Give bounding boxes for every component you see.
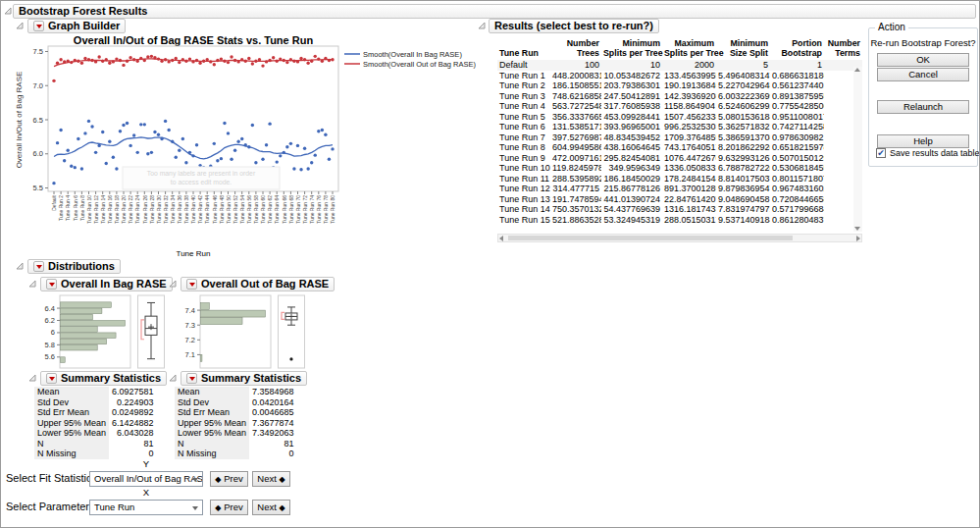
table-row[interactable]: Tune Run 3748.62168581247.50412891142.39… [497,91,862,102]
data-point[interactable] [157,133,160,136]
parameters-select[interactable]: Tune Run [89,500,203,515]
disclosure-triangle-icon[interactable] [16,262,24,270]
data-point[interactable] [146,55,149,58]
param-next-button[interactable]: Next ◆ [252,500,290,515]
table-row[interactable]: Tune Run 9472.00971617295.824540811076.4… [497,153,862,164]
data-point[interactable] [139,123,142,126]
data-point[interactable] [247,57,250,60]
histogram-bar[interactable] [61,314,93,320]
data-point[interactable] [119,130,122,132]
table-row[interactable]: Tune Run 14750.3570132554.4377696391316.… [497,204,862,215]
data-point[interactable] [150,55,153,58]
table-row[interactable]: Default10010200051 [497,60,862,71]
data-point[interactable] [101,131,104,133]
data-point[interactable] [70,165,73,168]
data-point[interactable] [108,62,111,65]
param-prev-button[interactable]: ◆ Prev [210,500,248,515]
data-point[interactable] [223,122,226,125]
data-point[interactable] [122,124,125,127]
data-point[interactable] [306,62,309,65]
relaunch-button[interactable]: Relaunch [877,100,969,114]
data-point[interactable] [80,62,83,65]
data-point[interactable] [251,62,254,65]
data-point[interactable] [324,133,327,136]
data-point[interactable] [175,156,178,159]
data-point[interactable] [115,167,118,170]
table-row[interactable]: Tune Run 7397.5276987748.8345394521709.3… [497,132,862,143]
data-point[interactable] [59,129,62,132]
data-point[interactable] [261,158,264,161]
data-point[interactable] [153,131,156,133]
table-row[interactable]: Tune Run 1448.2000831210.053482672133.45… [497,71,862,81]
data-point[interactable] [150,151,153,154]
data-point[interactable] [105,162,108,165]
data-point[interactable] [143,123,146,126]
histogram-bar[interactable] [61,339,107,344]
data-point[interactable] [181,137,184,140]
cancel-button[interactable]: Cancel [877,68,969,81]
table-row[interactable]: Tune Run 8604.99495867438.16064645743.17… [497,142,862,153]
data-point[interactable] [115,57,118,60]
data-point[interactable] [213,63,216,66]
data-point[interactable] [80,167,83,170]
data-point[interactable] [59,58,62,61]
horizontal-scrollbar[interactable] [497,234,862,242]
red-triangle-menu-icon[interactable] [186,279,197,290]
data-point[interactable] [321,129,324,132]
data-point[interactable] [167,129,170,132]
data-point[interactable] [306,167,309,170]
data-point[interactable] [279,154,282,157]
data-point[interactable] [328,158,331,161]
ok-button[interactable]: OK [877,53,969,67]
data-point[interactable] [56,141,59,144]
table-row[interactable]: Tune Run 5356.33376651453.099284411507.4… [497,112,862,123]
data-point[interactable] [314,153,317,156]
histogram-bar[interactable] [61,302,112,308]
red-triangle-menu-icon[interactable] [33,261,44,272]
data-point[interactable] [213,142,216,145]
scrollbar-thumb[interactable] [508,236,793,240]
data-point[interactable] [83,132,86,134]
data-point[interactable] [265,143,268,146]
data-point[interactable] [233,149,236,152]
data-point[interactable] [195,143,198,146]
data-point[interactable] [52,79,55,82]
data-point[interactable] [285,145,288,148]
data-point[interactable] [303,147,306,150]
scroll-down-arrow[interactable] [854,227,860,231]
histogram-bar[interactable] [201,318,243,325]
data-point[interactable] [178,61,181,64]
scroll-left-arrow[interactable] [499,236,503,241]
red-triangle-menu-icon[interactable] [46,279,57,290]
disclosure-triangle-icon[interactable] [28,374,36,382]
table-row[interactable]: Tune Run 15521.8863528853.324945319288.0… [497,215,862,226]
data-point[interactable] [317,130,320,132]
data-point[interactable] [272,56,275,59]
data-point[interactable] [90,125,93,128]
data-point[interactable] [129,56,131,59]
table-row[interactable]: Tune Run 11288.53958926186.18450029178.2… [497,174,862,185]
data-point[interactable] [230,158,232,161]
data-point[interactable] [198,62,201,65]
fit-statistics-select[interactable]: Overall In/Out of Bag RASE [89,471,203,487]
histogram-bar[interactable] [61,320,126,326]
data-point[interactable] [122,64,125,67]
data-point[interactable] [126,122,129,125]
data-point[interactable] [314,55,317,58]
disclosure-triangle-icon[interactable] [169,374,177,382]
fit-next-button[interactable]: Next ◆ [252,471,290,487]
data-point[interactable] [146,152,149,155]
data-point[interactable] [268,122,271,125]
data-point[interactable] [289,142,292,145]
data-point[interactable] [129,144,131,147]
data-point[interactable] [216,159,219,162]
data-point[interactable] [132,133,135,136]
histogram-bar[interactable] [61,327,98,333]
red-triangle-menu-icon[interactable] [186,373,197,384]
disclosure-triangle-icon[interactable] [28,280,36,288]
histogram-bar[interactable] [201,310,266,317]
table-row[interactable]: Tune Run 10119.82459788349.95963491336.0… [497,163,862,174]
data-point[interactable] [97,55,100,58]
data-point[interactable] [220,157,223,160]
data-point[interactable] [254,161,257,164]
